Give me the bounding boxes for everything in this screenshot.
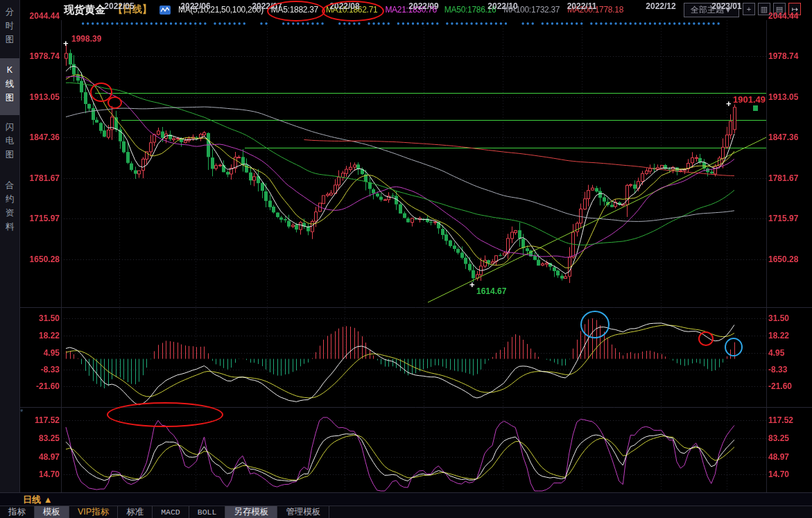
- macd-axis-label-axr: 18.22: [768, 331, 810, 340]
- time-axis-month-label: 2022/06: [168, 1, 223, 11]
- main-axis-label-axl: 1978.74: [19, 51, 60, 61]
- main-axis-label-axr: 2044.44: [768, 11, 810, 21]
- tab-模板[interactable]: 模板: [35, 506, 69, 518]
- main-axis-label-axr: 1781.67: [768, 173, 810, 183]
- tab-指标[interactable]: 指标: [0, 506, 35, 518]
- indicator-tab-bar: 指标模板VIP指标标准MACDBOLL另存模板管理模板: [0, 506, 812, 518]
- trading-app-window: 分 时 图K 线 图闪 电 图合 约 资 料 现货黄金 【日线】 MA(5,10…: [0, 0, 812, 518]
- tab-另存模板[interactable]: 另存模板: [225, 506, 277, 518]
- main-axis-label-axl: 2044.44: [19, 11, 60, 21]
- kdj-k-value: K:88.85: [112, 408, 142, 418]
- macd-macd-value: MACD:9.60: [230, 309, 275, 318]
- sidebar-item-1[interactable]: K 线 图: [0, 58, 19, 115]
- tab-MACD[interactable]: MACD: [153, 506, 189, 518]
- macd-axis-label-axl: 31.50: [19, 313, 60, 323]
- kdj-axis-label-axl: 14.70: [19, 469, 60, 479]
- kdj-j-value: J:95.32: [187, 408, 215, 418]
- kdj-axis-label-axl: 83.25: [19, 433, 60, 443]
- kdj-axis-label-axr: 14.70: [768, 469, 810, 479]
- main-axis-label-axl: 1847.36: [19, 132, 60, 142]
- time-axis-month-label: 2022/07: [239, 1, 295, 11]
- time-axis-row: 日线 ▲: [0, 492, 812, 506]
- time-axis-month-label: 2022/05: [92, 1, 147, 11]
- main-axis-label-axl: 1650.28: [19, 254, 60, 264]
- time-axis-month-label: 2022/12: [633, 1, 689, 11]
- period-selector[interactable]: 日线 ▲: [23, 494, 53, 506]
- main-axis-label-axr: 1715.97: [768, 214, 810, 223]
- macd-axis-label-axr: -21.60: [768, 381, 810, 391]
- macd-title: MACD(26,12,9): [64, 309, 124, 318]
- tab-VIP指标[interactable]: VIP指标: [69, 506, 118, 518]
- macd-diff-value: DIFF:30.35: [131, 309, 175, 318]
- macd-axis-label-axl: 18.22: [19, 331, 60, 340]
- main-axis-label-axr: 1847.36: [768, 132, 810, 142]
- main-axis-label-axl: 1781.67: [19, 173, 60, 183]
- main-axis-label-axr: 1913.05: [768, 92, 810, 102]
- kdj-axis-label-axr: 48.97: [768, 452, 810, 462]
- macd-axis-label-axr: 4.95: [768, 348, 810, 358]
- kdj-axis-label-axr: 83.25: [768, 433, 810, 443]
- tab-BOLL[interactable]: BOLL: [189, 506, 226, 518]
- main-axis-label-axr: 1650.28: [768, 254, 810, 264]
- sidebar-item-0[interactable]: 分 时 图: [0, 0, 19, 58]
- kline-chart-canvas[interactable]: [0, 0, 812, 518]
- chart-mode-sidebar: 分 时 图K 线 图闪 电 图合 约 资 料: [0, 0, 20, 518]
- time-axis-month-label: 2022/10: [475, 1, 530, 11]
- kdj-title: KDJ(9,3,3): [64, 408, 105, 418]
- kdj-d-value: D:85.61: [149, 408, 180, 418]
- sidebar-item-2[interactable]: 闪 电 图: [0, 115, 19, 173]
- macd-axis-label-axr: -8.33: [768, 365, 810, 374]
- tab-标准[interactable]: 标准: [118, 506, 153, 518]
- macd-axis-label-axl: -8.33: [19, 365, 60, 374]
- time-axis-month-label: 2022/09: [396, 1, 451, 11]
- time-axis-month-label: 2022/11: [554, 1, 610, 11]
- kdj-axis-label-axr: 117.52: [768, 415, 810, 425]
- macd-header: MACD(26,12,9)DIFF:30.35DEA:25.55MACD:9.6…: [64, 309, 282, 318]
- macd-axis-label-axr: 31.50: [768, 313, 810, 323]
- time-axis-month-label: 2022/08: [317, 1, 372, 11]
- macd-axis-label-axl: -21.60: [19, 381, 60, 391]
- kdj-header: KDJ(9,3,3)K:88.85D:85.61J:95.32: [64, 408, 222, 418]
- main-axis-label-axr: 1978.74: [768, 51, 810, 61]
- sidebar-item-3[interactable]: 合 约 资 料: [0, 173, 19, 250]
- kdj-axis-label-axl: 117.52: [19, 415, 60, 425]
- macd-dea-value: DEA:25.55: [181, 309, 223, 318]
- main-axis-label-axl: 1913.05: [19, 92, 60, 102]
- tab-管理模板[interactable]: 管理模板: [277, 506, 329, 518]
- macd-axis-label-axl: 4.95: [19, 348, 60, 358]
- main-axis-label-axl: 1715.97: [19, 214, 60, 223]
- time-axis-month-label: 2023/01: [699, 1, 754, 11]
- kdj-axis-label-axl: 48.97: [19, 452, 60, 462]
